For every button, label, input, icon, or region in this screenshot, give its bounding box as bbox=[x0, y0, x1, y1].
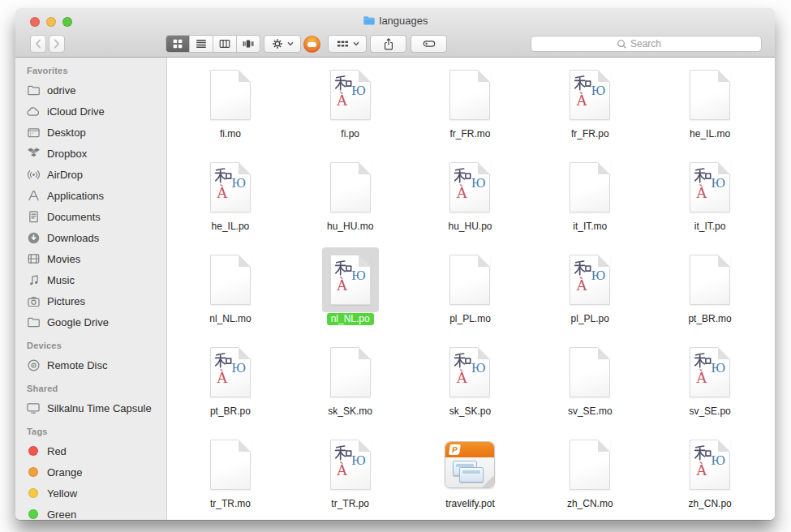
search-field[interactable] bbox=[531, 36, 762, 52]
sidebar-item-pictures[interactable]: Pictures bbox=[15, 290, 166, 311]
column-view-button[interactable] bbox=[213, 36, 237, 52]
file-icon-area: ÀЮ bbox=[681, 155, 738, 220]
sidebar-section-title: Shared bbox=[15, 375, 166, 397]
documents-icon bbox=[26, 209, 41, 224]
sidebar-item-label: Downloads bbox=[47, 232, 99, 244]
sidebar-item-airdrop[interactable]: AirDrop bbox=[15, 164, 166, 185]
window-titlebar[interactable]: languages bbox=[15, 8, 775, 58]
chevron-down-icon bbox=[353, 41, 359, 46]
sidebar-item-green[interactable]: Green bbox=[15, 504, 166, 520]
file-icon-area: ÀЮ bbox=[202, 155, 259, 220]
sidebar-item-orange[interactable]: Orange bbox=[15, 461, 166, 483]
arrange-menu-button[interactable] bbox=[328, 35, 367, 53]
sidebar-item-desktop[interactable]: Desktop bbox=[15, 122, 166, 143]
sidebar-item-documents[interactable]: Documents bbox=[15, 206, 166, 227]
file-item-pl-pl-mo[interactable]: pl_PL.mo bbox=[411, 246, 531, 338]
file-item-pl-pl-po[interactable]: ÀЮpl_PL.po bbox=[530, 246, 650, 338]
file-icon-area bbox=[681, 62, 738, 127]
file-item-sk-sk-mo[interactable]: sk_SK.mo bbox=[290, 338, 411, 431]
forward-button[interactable] bbox=[49, 35, 65, 53]
dropbox-icon bbox=[26, 146, 41, 161]
sidebar-item-label: Remote Disc bbox=[47, 359, 107, 371]
file-item-sv-se-po[interactable]: ÀЮsv_SE.po bbox=[650, 338, 770, 431]
file-item-zh-cn-mo[interactable]: zh_CN.mo bbox=[530, 431, 650, 520]
file-item-it-it-po[interactable]: ÀЮit_IT.po bbox=[650, 153, 770, 246]
file-item-he-il-po[interactable]: ÀЮhe_IL.po bbox=[170, 153, 290, 246]
file-item-zh-cn-po[interactable]: ÀЮzh_CN.po bbox=[650, 431, 770, 520]
sidebar-item-red[interactable]: Red bbox=[15, 440, 166, 461]
file-item-hu-hu-mo[interactable]: hu_HU.mo bbox=[290, 153, 411, 246]
sidebar-item-silkalnu-time-capsule[interactable]: Silkalnu Time Capsule bbox=[15, 397, 166, 418]
sidebar-item-label: iCloud Drive bbox=[47, 105, 105, 118]
file-item-travelify-pot[interactable]: Ptravelify.pot bbox=[411, 431, 531, 520]
icon-view-button[interactable] bbox=[166, 36, 190, 52]
file-item-pt-br-mo[interactable]: pt_BR.mo bbox=[650, 246, 770, 338]
file-icon-area: P bbox=[441, 432, 498, 497]
window-title: languages bbox=[380, 15, 428, 27]
sidebar-item-dropbox[interactable]: Dropbox bbox=[15, 143, 166, 164]
sidebar-item-odrive[interactable]: odrive bbox=[15, 79, 166, 101]
sidebar-item-label: Yellow bbox=[47, 487, 77, 500]
latin-glyph: À bbox=[576, 92, 587, 109]
file-item-fr-fr-po[interactable]: ÀЮfr_FR.po bbox=[530, 61, 650, 153]
latin-glyph: À bbox=[337, 461, 348, 479]
file-icon-area bbox=[441, 247, 498, 312]
sidebar-item-music[interactable]: Music bbox=[15, 269, 166, 290]
file-name-label: hu_HU.mo bbox=[323, 221, 377, 233]
po-file-icon: ÀЮ bbox=[570, 70, 610, 120]
cyrillic-glyph: Ю bbox=[591, 83, 605, 99]
cyrillic-glyph: Ю bbox=[351, 268, 365, 284]
tag-dot-icon bbox=[26, 486, 41, 500]
file-item-fi-mo[interactable]: fi.mo bbox=[170, 61, 290, 153]
odrive-toolbar-icon[interactable] bbox=[303, 36, 320, 53]
sidebar-item-remote-disc[interactable]: Remote Disc bbox=[15, 354, 166, 375]
file-name-label: fr_FR.po bbox=[567, 128, 613, 140]
sidebar-item-google-drive[interactable]: Google Drive bbox=[15, 311, 166, 332]
file-item-sv-se-mo[interactable]: sv_SE.mo bbox=[530, 338, 650, 431]
icon-view-icon bbox=[171, 37, 184, 50]
file-name-label: nl_NL.mo bbox=[205, 313, 255, 325]
file-item-tr-tr-mo[interactable]: tr_TR.mo bbox=[170, 431, 290, 520]
tags-button[interactable] bbox=[411, 35, 447, 53]
file-item-sk-sk-po[interactable]: ÀЮsk_SK.po bbox=[411, 338, 531, 431]
tag-icon bbox=[422, 37, 436, 50]
file-item-fi-po[interactable]: ÀЮfi.po bbox=[290, 61, 411, 153]
file-item-fr-fr-mo[interactable]: fr_FR.mo bbox=[411, 61, 531, 153]
cjk-glyph bbox=[454, 351, 471, 369]
pot-folded-corner bbox=[482, 475, 494, 487]
file-item-hu-hu-po[interactable]: ÀЮhu_HU.po bbox=[411, 153, 531, 246]
tag-dot-icon bbox=[26, 507, 41, 520]
file-item-he-il-mo[interactable]: he_IL.mo bbox=[650, 61, 770, 153]
sidebar-item-downloads[interactable]: Downloads bbox=[15, 227, 166, 248]
sidebar-item-icloud-drive[interactable]: iCloud Drive bbox=[15, 101, 166, 122]
sidebar-item-movies[interactable]: Movies bbox=[15, 248, 166, 269]
po-file-icon: ÀЮ bbox=[330, 255, 371, 305]
chevron-down-icon bbox=[287, 41, 294, 46]
tag-dot-icon bbox=[26, 465, 41, 479]
latin-glyph: À bbox=[696, 461, 707, 479]
file-icon-area bbox=[322, 155, 379, 220]
list-view-button[interactable] bbox=[190, 36, 213, 52]
share-button[interactable] bbox=[370, 35, 406, 53]
sidebar-item-applications[interactable]: Applications bbox=[15, 185, 166, 206]
file-item-nl-nl-mo[interactable]: nl_NL.mo bbox=[170, 246, 290, 338]
file-name-label: fr_FR.mo bbox=[445, 128, 494, 140]
file-item-pt-br-po[interactable]: ÀЮpt_BR.po bbox=[170, 338, 290, 431]
po-file-icon: ÀЮ bbox=[690, 440, 730, 490]
back-button[interactable] bbox=[30, 35, 46, 53]
sidebar-section-tags: TagsRedOrangeYellowGreen bbox=[15, 418, 166, 520]
file-item-it-it-mo[interactable]: it_IT.mo bbox=[530, 153, 650, 246]
cjk-glyph bbox=[214, 166, 232, 184]
file-item-tr-tr-po[interactable]: ÀЮtr_TR.po bbox=[290, 431, 411, 520]
latin-glyph: À bbox=[337, 277, 348, 294]
po-file-icon: ÀЮ bbox=[690, 347, 730, 397]
search-icon bbox=[617, 39, 627, 49]
sidebar-item-yellow[interactable]: Yellow bbox=[15, 483, 166, 504]
action-menu-button[interactable] bbox=[264, 35, 301, 53]
desktop-icon bbox=[26, 125, 41, 139]
search-input[interactable] bbox=[630, 38, 676, 49]
file-item-nl-nl-po[interactable]: ÀЮnl_NL.po bbox=[290, 246, 411, 338]
latin-glyph: À bbox=[456, 369, 467, 387]
cjk-glyph bbox=[694, 351, 711, 369]
coverflow-view-button[interactable] bbox=[237, 36, 260, 52]
